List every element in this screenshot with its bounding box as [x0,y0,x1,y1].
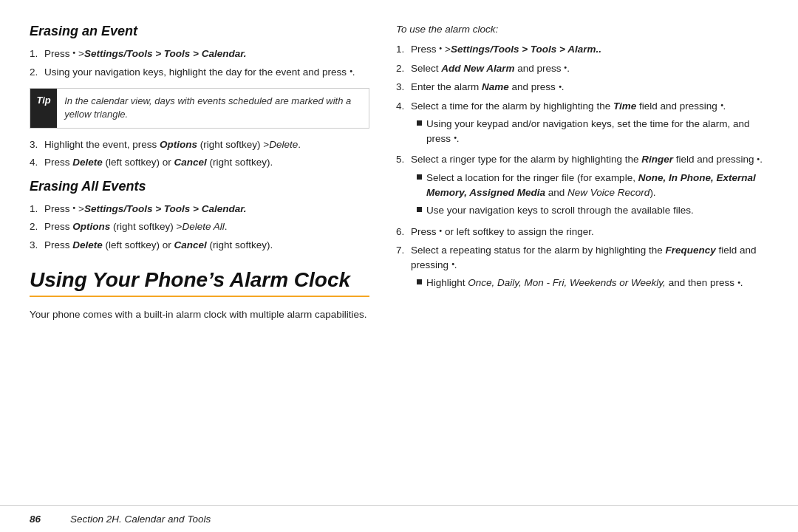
sub-bullet-text: Using your keypad and/or navigation keys… [426,117,768,146]
list-item: 1. Press ⦁ >Settings/Tools > Tools > Ala… [396,42,768,57]
section-erasing-all-events: Erasing All Events 1. Press ⦁ >Settings/… [30,179,369,253]
footer-section-label: Section 2H. Calendar and Tools [70,514,211,525]
sub-bullet-text: Highlight Once, Daily, Mon - Fri, Weeken… [426,276,768,290]
sub-bullet-text: Select a location for the ringer file (f… [426,171,768,200]
alarm-steps: 1. Press ⦁ >Settings/Tools > Tools > Ala… [396,42,768,294]
tip-content: In the calendar view, days with events s… [57,89,369,127]
content-area: Erasing an Event 1. Press ⦁ >Settings/To… [0,0,798,505]
nav-icon: ⦁ [720,100,723,112]
nav-icon: ⦁ [439,225,442,237]
sub-bullet: Select a location for the ringer file (f… [417,171,768,200]
list-item: 3. Enter the alarm Name and press ⦁. [396,80,768,95]
nav-icon: ⦁ [757,154,760,166]
big-title: Using Your Phone’s Alarm Clock [30,268,369,292]
nav-icon: ⦁ [559,81,562,93]
list-item: 2. Using your navigation keys, highlight… [30,65,369,80]
right-column: To use the alarm clock: 1. Press ⦁ >Sett… [396,24,768,505]
bullet-square [417,120,422,126]
list-item: 3. Highlight the event, press Options (r… [30,137,369,152]
erasing-event-steps2: 3. Highlight the event, press Options (r… [30,137,369,170]
tip-label: Tip [30,89,57,127]
list-item: 4. Select a time for the alarm by highli… [396,99,768,150]
list-item: 1. Press ⦁ >Settings/Tools > Tools > Cal… [30,47,369,61]
list-item: 7. Select a repeating status for the ala… [396,243,768,294]
bullet-square [417,207,422,212]
list-item: 2. Select Add New Alarm and press ⦁. [396,61,768,76]
sub-bullet-text: Use your navigation keys to scroll throu… [426,203,768,218]
right-subtitle: To use the alarm clock: [396,24,768,35]
title-underline [30,296,369,297]
intro-text: Your phone comes with a built-in alarm c… [30,307,369,322]
list-item: 2. Press Options (right softkey) >Delete… [30,219,369,234]
nav-icon: ⦁ [439,43,442,55]
nav-icon: ⦁ [349,66,352,78]
list-item: 6. Press ⦁ or left softkey to assign the… [396,225,768,239]
tip-box: Tip In the calendar view, days with even… [30,88,369,128]
nav-icon: ⦁ [737,277,740,289]
list-item: 3. Press Delete (left softkey) or Cancel… [30,238,369,253]
nav-icon: ⦁ [451,259,454,270]
section-title-erasing-all: Erasing All Events [30,179,369,194]
bullet-square [417,174,422,180]
sub-bullet: Using your keypad and/or navigation keys… [417,117,768,146]
sub-bullet: Highlight Once, Daily, Mon - Fri, Weeken… [417,276,768,290]
list-item: 5. Select a ringer type for the alarm by… [396,152,768,221]
page: Erasing an Event 1. Press ⦁ >Settings/To… [0,0,798,532]
left-column: Erasing an Event 1. Press ⦁ >Settings/To… [30,24,369,505]
big-title-section: Using Your Phone’s Alarm Clock Your phon… [30,268,369,321]
sub-bullet: Use your navigation keys to scroll throu… [417,203,768,218]
list-item: 4. Press Delete (left softkey) or Cancel… [30,155,369,170]
nav-icon: ⦁ [454,132,457,144]
footer: 86 Section 2H. Calendar and Tools [0,505,798,532]
nav-icon: ⦁ [72,202,75,214]
section-erasing-event: Erasing an Event 1. Press ⦁ >Settings/To… [30,24,369,170]
nav-icon: ⦁ [72,47,75,59]
erasing-all-steps: 1. Press ⦁ >Settings/Tools > Tools > Cal… [30,202,369,253]
section-title-erasing-event: Erasing an Event [30,24,369,39]
bullet-square [417,279,422,284]
nav-icon: ⦁ [564,62,567,74]
erasing-event-steps1: 1. Press ⦁ >Settings/Tools > Tools > Cal… [30,47,369,79]
footer-page-number: 86 [30,514,41,525]
list-item: 1. Press ⦁ >Settings/Tools > Tools > Cal… [30,202,369,216]
